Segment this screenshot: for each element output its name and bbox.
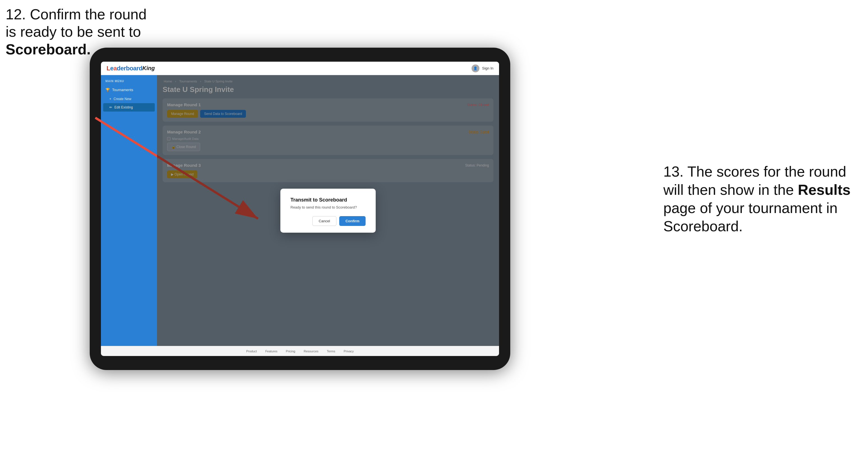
content-area: Home › Tournaments › State U Spring Invi… bbox=[157, 75, 499, 346]
step-number-13: 13. bbox=[663, 163, 684, 180]
annotation-step-12: 12. Confirm the round is ready to be sen… bbox=[6, 6, 147, 58]
sidebar-item-create-new[interactable]: + Create New bbox=[101, 95, 157, 103]
footer-privacy[interactable]: Privacy bbox=[344, 349, 354, 353]
trophy-icon: 🏆 bbox=[105, 88, 110, 92]
footer-resources[interactable]: Resources bbox=[304, 349, 318, 353]
tablet-device: Leaderboard King 👤 Sign In MAIN MENU 🏆 bbox=[90, 48, 510, 370]
modal-confirm-button[interactable]: Confirm bbox=[339, 216, 366, 226]
sidebar-item-edit-existing[interactable]: ✏ Edit Existing bbox=[103, 103, 155, 112]
annotation-right-bold: Results bbox=[798, 182, 850, 198]
logo-l: L bbox=[106, 65, 110, 72]
annotation-bold: Scoreboard. bbox=[6, 41, 91, 58]
transmit-modal: Transmit to Scoreboard Ready to send thi… bbox=[280, 189, 376, 233]
nav-right: 👤 Sign In bbox=[471, 64, 493, 72]
sign-in-button[interactable]: Sign In bbox=[482, 66, 493, 70]
footer-product[interactable]: Product bbox=[246, 349, 257, 353]
step-number: 12. bbox=[6, 6, 26, 23]
edit-existing-label: Edit Existing bbox=[114, 105, 133, 109]
footer-terms[interactable]: Terms bbox=[327, 349, 335, 353]
logo-area: Leaderboard King bbox=[106, 65, 155, 72]
annotation-step-13: 13. The scores for the round will then s… bbox=[663, 163, 860, 236]
plus-icon: + bbox=[109, 97, 111, 101]
sidebar-item-tournaments[interactable]: 🏆 Tournaments bbox=[101, 85, 157, 95]
avatar: 👤 bbox=[471, 64, 479, 72]
avatar-icon: 👤 bbox=[473, 66, 477, 70]
footer-features[interactable]: Features bbox=[265, 349, 277, 353]
modal-subtitle: Ready to send this round to Scoreboard? bbox=[290, 205, 366, 209]
annotation-line2: is ready to be sent to bbox=[6, 24, 141, 40]
annotation-line1: Confirm the round bbox=[30, 6, 147, 23]
modal-actions: Cancel Confirm bbox=[290, 216, 366, 226]
footer-pricing[interactable]: Pricing bbox=[286, 349, 296, 353]
tablet-screen: Leaderboard King 👤 Sign In MAIN MENU 🏆 bbox=[101, 62, 499, 356]
annotation-right-line2: page of your tournament in Scoreboard. bbox=[663, 200, 838, 234]
main-area: MAIN MENU 🏆 Tournaments + Create New ✏ E… bbox=[101, 75, 499, 346]
top-nav: Leaderboard King 👤 Sign In bbox=[101, 62, 499, 75]
edit-icon: ✏ bbox=[109, 105, 112, 109]
sidebar-section-label: MAIN MENU bbox=[101, 80, 157, 85]
footer-bar: Product Features Pricing Resources Terms… bbox=[101, 346, 499, 356]
modal-overlay: Transmit to Scoreboard Ready to send thi… bbox=[157, 75, 499, 346]
create-new-label: Create New bbox=[114, 97, 131, 101]
logo-text: Leaderboard bbox=[106, 65, 143, 72]
modal-title: Transmit to Scoreboard bbox=[290, 197, 366, 203]
modal-cancel-button[interactable]: Cancel bbox=[312, 216, 336, 226]
logo-king: King bbox=[143, 65, 155, 71]
sidebar: MAIN MENU 🏆 Tournaments + Create New ✏ E… bbox=[101, 75, 157, 346]
logo-accent: a bbox=[114, 65, 117, 72]
tournaments-label: Tournaments bbox=[112, 88, 133, 92]
